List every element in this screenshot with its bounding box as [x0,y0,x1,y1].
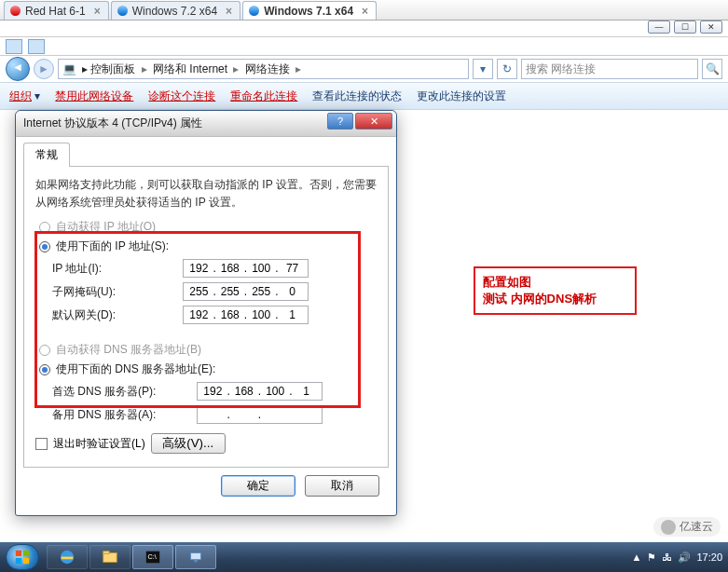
dns2-row: 备用 DNS 服务器(A): .. [35,405,377,424]
tab-general[interactable]: 常规 [23,143,70,167]
svg-rect-5 [103,553,117,563]
vm-tab-label: Windows 7.2 x64 [132,5,217,18]
minimize-button[interactable]: — [648,20,670,34]
network-icon: 💻 [62,62,76,75]
search-input[interactable]: 搜索 网络连接 [521,59,698,79]
vm-tab-win71[interactable]: Windows 7.1 x64× [242,1,377,20]
explorer-icon[interactable] [6,39,22,54]
radio-icon [39,222,50,233]
svg-rect-1 [23,551,29,556]
close-button[interactable]: ✕ [355,113,392,129]
forward-button[interactable]: ► [34,59,54,79]
close-icon[interactable]: × [94,5,101,18]
dialog-titlebar[interactable]: Internet 协议版本 4 (TCP/IPv4) 属性 ? ✕ [16,111,396,137]
radio-icon [39,364,50,375]
explorer-quick-icons [0,37,728,56]
tab-strip: 常规 [23,143,389,167]
back-button[interactable]: ◄ [6,57,30,81]
svg-rect-10 [194,560,198,563]
radio-icon [39,241,50,252]
menu-change-settings[interactable]: 更改此连接的设置 [417,89,506,104]
volume-icon[interactable]: 🔊 [678,552,691,564]
dialog-title: Internet 协议版本 4 (TCP/IPv4) 属性 [23,116,202,131]
guest-window-controls: — ☐ ✕ [0,20,728,37]
close-icon[interactable]: × [362,5,368,18]
close-icon[interactable]: × [226,5,232,18]
breadcrumb-bar[interactable]: 💻 ▸ 控制面板 ▸ 网络和 Internet ▸ 网络连接 ▸ [58,59,469,79]
search-icon[interactable]: 🔍 [702,59,722,79]
ip-address-row: IP 地址(I): 192.168.100.77 [35,259,377,278]
ip-address-input[interactable]: 192.168.100.77 [183,259,309,278]
menu-organize[interactable]: 组织 ▾ [9,89,40,104]
breadcrumb: ▸ 控制面板 ▸ 网络和 Internet ▸ 网络连接 ▸ [82,61,304,77]
radio-auto-ip[interactable]: 自动获得 IP 地址(O) [39,219,377,235]
validate-checkbox[interactable] [35,438,48,450]
vm-tab-label: Red Hat 6-1 [25,5,86,18]
cancel-button[interactable]: 取消 [305,475,379,497]
watermark-text: 亿速云 [680,519,713,535]
radio-manual-ip[interactable]: 使用下面的 IP 地址(S): [39,238,377,254]
taskbar-explorer[interactable] [89,545,130,569]
ipv4-properties-dialog: Internet 协议版本 4 (TCP/IPv4) 属性 ? ✕ 常规 如果网… [15,110,397,516]
vm-tab-win72[interactable]: Windows 7.2 x64× [111,1,240,20]
vm-status-icon [249,6,259,16]
subnet-mask-input[interactable]: 255.255.255.0 [183,282,309,301]
svg-text:C:\: C:\ [148,552,157,561]
svg-rect-6 [103,552,109,554]
start-button[interactable] [6,544,39,570]
menu-rename[interactable]: 重命名此连接 [230,89,297,104]
field-label: 备用 DNS 服务器(A): [52,407,197,423]
advanced-button[interactable]: 高级(V)... [151,433,226,454]
cloud-icon [661,520,676,535]
vm-tab-redhat[interactable]: Red Hat 6-1× [4,1,109,20]
ok-button[interactable]: 确定 [221,475,295,497]
taskbar-cmd[interactable]: C:\ [132,545,173,569]
systray: ▲ ⚑ 🖧 🔊 17:20 [632,552,722,564]
subnet-mask-row: 子网掩码(U): 255.255.255.0 [35,282,377,301]
vm-status-icon [10,6,21,16]
radio-icon [39,345,50,356]
tray-arrow-icon[interactable]: ▲ [632,552,642,563]
gateway-row: 默认网关(D): 192.168.100.1 [35,306,377,324]
field-label: 默认网关(D): [52,307,183,323]
checkbox-label: 退出时验证设置(L) [53,436,145,452]
vm-tabs: Red Hat 6-1× Windows 7.2 x64× Windows 7.… [0,0,728,20]
hint-text: 如果网络支持此功能，则可以获取自动指派的 IP 设置。否则，您需要从网络系统管理… [35,176,377,211]
menu-view-status[interactable]: 查看此连接的状态 [312,89,402,104]
network-icon[interactable]: 🖧 [662,552,672,563]
menu-disable[interactable]: 禁用此网络设备 [55,89,133,104]
close-button[interactable]: ✕ [700,20,722,34]
dns1-input[interactable]: 192.168.100.1 [197,382,323,401]
taskbar: C:\ ▲ ⚑ 🖧 🔊 17:20 [0,542,728,572]
taskbar-network[interactable] [175,545,216,569]
explorer-address-row: ◄ ► 💻 ▸ 控制面板 ▸ 网络和 Internet ▸ 网络连接 ▸ ▾ ↻… [0,56,728,82]
field-label: IP 地址(I): [52,261,183,277]
watermark: 亿速云 [653,517,721,537]
radio-label: 使用下面的 IP 地址(S): [56,238,169,254]
menu-diagnose[interactable]: 诊断这个连接 [148,89,215,104]
dns2-input[interactable]: .. [197,405,323,424]
field-label: 首选 DNS 服务器(P): [52,384,197,400]
search-placeholder: 搜索 网络连接 [526,61,596,77]
maximize-button[interactable]: ☐ [674,20,696,34]
address-dropdown-button[interactable]: ▾ [473,59,493,79]
svg-rect-3 [23,558,29,564]
field-label: 子网掩码(U): [52,284,183,300]
svg-rect-9 [191,553,201,560]
radio-auto-dns: 自动获得 DNS 服务器地址(B) [39,342,377,358]
action-center-icon[interactable]: ⚑ [647,552,656,564]
explorer-icon[interactable] [28,39,45,54]
help-button[interactable]: ? [327,113,353,129]
refresh-button[interactable]: ↻ [497,59,517,79]
radio-label: 自动获得 DNS 服务器地址(B) [56,342,201,358]
gateway-input[interactable]: 192.168.100.1 [183,306,309,324]
svg-rect-2 [16,558,21,564]
svg-rect-0 [16,551,21,556]
clock[interactable]: 17:20 [696,552,722,563]
radio-manual-dns[interactable]: 使用下面的 DNS 服务器地址(E): [39,361,377,377]
taskbar-ie[interactable] [47,545,88,569]
annotation-text: 配置如图 测试 内网的DNS解析 [483,274,597,307]
dns1-row: 首选 DNS 服务器(P): 192.168.100.1 [35,382,377,401]
explorer-command-bar: 组织 ▾ 禁用此网络设备 诊断这个连接 重命名此连接 查看此连接的状态 更改此连… [0,82,728,110]
radio-label: 使用下面的 DNS 服务器地址(E): [56,361,215,377]
